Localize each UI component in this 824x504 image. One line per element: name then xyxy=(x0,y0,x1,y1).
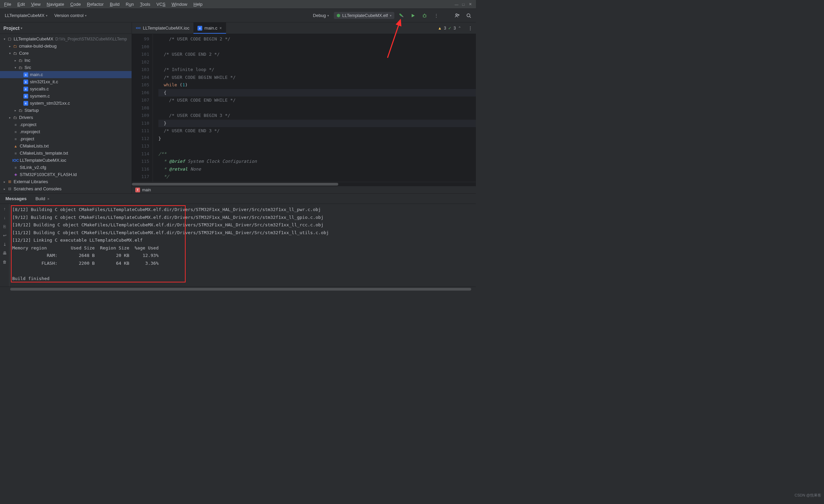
c-file-icon: c xyxy=(23,72,29,77)
tab-ioc[interactable]: IOC LLTemplateCubeMX.ioc xyxy=(132,22,193,34)
down-icon[interactable]: ↓ xyxy=(2,215,8,221)
build-tab[interactable]: Build× xyxy=(31,195,53,203)
node-label: CMakeLists.txt xyxy=(20,143,49,149)
tree-file-mxproject[interactable]: ≡ .mxproject xyxy=(0,128,132,135)
menu-help[interactable]: Help xyxy=(191,1,205,8)
menu-build[interactable]: Build xyxy=(107,1,122,8)
menu-window[interactable]: Window xyxy=(169,1,190,8)
tree-file-it-c[interactable]: c stm32f1xx_it.c xyxy=(0,78,132,85)
menu-view[interactable]: View xyxy=(28,1,43,8)
code-editor[interactable]: 99 100 101 102 103 104 105 106 107 108 1… xyxy=(132,34,476,182)
expand-icon[interactable]: ▸ xyxy=(13,109,18,112)
output-line: RAM: 2648 B 20 KB 12.93% xyxy=(12,253,158,258)
run-button[interactable] xyxy=(409,11,417,20)
menu-refactor[interactable]: Refactor xyxy=(84,1,106,8)
editor-scrollbar-h[interactable] xyxy=(132,182,476,186)
build-config-dropdown[interactable]: Debug ▾ xyxy=(311,12,331,19)
menu-tools[interactable]: Tools xyxy=(137,1,153,8)
ioc-icon: IOC xyxy=(136,27,141,30)
folder-icon: 🗀 xyxy=(12,44,18,49)
menu-code[interactable]: Code xyxy=(68,1,84,8)
scroll-end-icon[interactable]: ⤓ xyxy=(2,241,8,247)
trash-icon[interactable]: 🗑 xyxy=(2,259,8,265)
close-tab-icon[interactable]: × xyxy=(47,197,49,201)
run-config-selector[interactable]: ⬢ LLTemplateCubeMX.elf ▾ xyxy=(334,12,394,19)
tree-folder-inc[interactable]: ▸ 🗀 Inc xyxy=(0,57,132,64)
tab-main-c[interactable]: c main.c × xyxy=(193,22,226,34)
project-name-label: LLTemplateCubeMX xyxy=(5,13,45,18)
messages-header[interactable]: Messages xyxy=(1,195,31,203)
tree-file-main-c[interactable]: c main.c xyxy=(0,71,132,78)
menu-vcs[interactable]: VCS xyxy=(154,1,168,8)
line-number: 104 xyxy=(132,74,149,82)
run-config-label: LLTemplateCubeMX.elf xyxy=(342,13,388,18)
tree-file-cmake-tpl[interactable]: ≡ CMakeLists_template.txt xyxy=(0,150,132,157)
expand-icon[interactable]: ▸ xyxy=(13,59,18,62)
project-header[interactable]: Project ▾ xyxy=(0,22,132,34)
code-text[interactable]: /* USER CODE BEGIN 2 */ /* USER CODE END… xyxy=(153,34,476,182)
svg-line-3 xyxy=(423,15,424,15)
svg-line-4 xyxy=(426,15,426,15)
tree-file-system[interactable]: c system_stm32f1xx.c xyxy=(0,100,132,107)
node-label: External Libraries xyxy=(14,179,48,184)
tree-folder-core[interactable]: ▾ 🗀 Core xyxy=(0,50,132,57)
tree-file-sysmem[interactable]: c sysmem.c xyxy=(0,92,132,100)
tree-external-libs[interactable]: ▸ ⊞ External Libraries xyxy=(0,178,132,185)
breadcrumb-item[interactable]: main xyxy=(142,188,151,192)
inspection-widget[interactable]: ▲3 ✓3 ⌃ xyxy=(434,22,465,34)
svg-point-7 xyxy=(456,14,458,15)
tree-folder-src[interactable]: ▾ 🗀 Src xyxy=(0,64,132,71)
project-dropdown[interactable]: LLTemplateCubeMX ▾ xyxy=(3,12,50,19)
tree-file-project[interactable]: ≡ .project xyxy=(0,135,132,142)
expand-icon[interactable]: ▸ xyxy=(7,116,12,119)
tree-folder-cmake[interactable]: ▸ 🗀 cmake-build-debug xyxy=(0,42,132,50)
scrollbar-thumb[interactable] xyxy=(132,183,338,186)
tree-folder-drivers[interactable]: ▸ 🗀 Drivers xyxy=(0,114,132,121)
c-file-icon: c xyxy=(23,79,29,85)
tree-file-cproject[interactable]: ≡ .cproject xyxy=(0,121,132,128)
collapse-icon[interactable]: ▾ xyxy=(13,66,18,69)
tree-file-stlink[interactable]: ≡ StLink_v2.cfg xyxy=(0,164,132,171)
close-window-icon[interactable]: ✕ xyxy=(468,2,473,7)
vcs-dropdown[interactable]: Version control ▾ xyxy=(52,12,89,19)
collapse-icon[interactable]: ▾ xyxy=(7,52,12,55)
close-tab-icon[interactable]: × xyxy=(220,26,222,31)
tree-file-flash-ld[interactable]: ◈ STM32F103C8TX_FLASH.ld xyxy=(0,171,132,178)
node-label: syscalls.c xyxy=(30,86,49,91)
node-label: Core xyxy=(19,51,29,56)
build-button[interactable] xyxy=(397,11,406,20)
code-with-me-button[interactable] xyxy=(453,11,462,20)
editor-more-button[interactable]: ⋮ xyxy=(465,22,476,34)
debug-button[interactable] xyxy=(420,11,429,20)
tree-file-syscalls[interactable]: c syscalls.c xyxy=(0,85,132,92)
folder-icon: 🗀 xyxy=(12,51,18,56)
tree-file-cmakelists[interactable]: ▲ CMakeLists.txt xyxy=(0,142,132,150)
filter-icon[interactable]: ⎘ xyxy=(2,224,8,230)
build-output[interactable]: [8/12] Building C object CMakeFiles/LLTe… xyxy=(10,204,476,286)
warn-count: 3 xyxy=(444,26,446,31)
collapse-icon[interactable]: ▾ xyxy=(2,37,7,41)
up-icon[interactable]: ↑ xyxy=(2,206,8,212)
menu-edit[interactable]: Edit xyxy=(15,1,28,8)
search-everywhere-button[interactable] xyxy=(464,11,473,20)
expand-icon[interactable]: ▸ xyxy=(2,187,7,191)
menu-run[interactable]: Run xyxy=(123,1,137,8)
tree-root[interactable]: ▾ ▢ LLTemplateCubeMX D:\Vs_Project\STM32… xyxy=(0,35,132,42)
print-icon[interactable]: 🖶 xyxy=(2,250,8,256)
expand-icon[interactable]: ▸ xyxy=(2,180,7,184)
more-actions-button[interactable]: ⋮ xyxy=(432,11,441,20)
node-label: StLink_v2.cfg xyxy=(20,165,46,170)
scrollbar-thumb[interactable] xyxy=(10,288,471,291)
tree-folder-startup[interactable]: ▸ 🗀 Startup xyxy=(0,107,132,114)
minimize-icon[interactable]: — xyxy=(454,2,459,7)
tree-scratches[interactable]: ▸ ⊟ Scratches and Consoles xyxy=(0,185,132,192)
menu-navigate[interactable]: Navigate xyxy=(44,1,67,8)
debug-label: Debug xyxy=(313,13,326,18)
soft-wrap-icon[interactable]: ↩ xyxy=(2,232,8,239)
expand-icon[interactable]: ▸ xyxy=(7,45,12,48)
line-number: 106 xyxy=(132,89,149,97)
maximize-icon[interactable]: □ xyxy=(461,2,466,7)
menu-file[interactable]: FFileile xyxy=(1,1,14,8)
messages-scrollbar-h[interactable] xyxy=(0,286,476,291)
tree-file-ioc[interactable]: IOC LLTemplateCubeMX.ioc xyxy=(0,157,132,164)
